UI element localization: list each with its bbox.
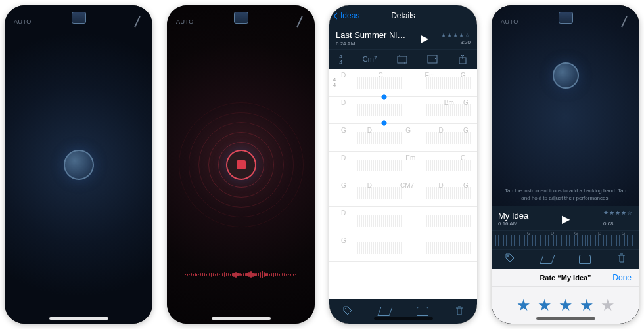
record-button[interactable] bbox=[553, 62, 579, 89]
chord-row[interactable]: DBmG bbox=[329, 97, 477, 124]
tag-icon bbox=[342, 305, 353, 316]
tag-button[interactable] bbox=[342, 305, 353, 318]
top-bar: AUTO bbox=[5, 5, 152, 33]
done-button[interactable]: Done bbox=[612, 273, 632, 282]
play-button[interactable]: ▶ bbox=[421, 32, 428, 45]
chord-label: CM7 bbox=[400, 182, 414, 189]
star-1[interactable]: ★ bbox=[517, 296, 531, 315]
edit-button[interactable] bbox=[427, 55, 438, 65]
trash-icon bbox=[455, 305, 464, 316]
info-toolbar: 4 4 Cm⁷ bbox=[329, 49, 477, 69]
trash-button[interactable] bbox=[617, 253, 626, 265]
tuning-fork-icon bbox=[294, 16, 306, 28]
screenshot-record-idle: AUTO bbox=[5, 5, 152, 324]
chord-label: D bbox=[551, 231, 554, 236]
chord-label: Em bbox=[405, 154, 415, 162]
star-2[interactable]: ★ bbox=[538, 296, 552, 315]
rating-display[interactable]: ★★★★☆ bbox=[603, 209, 633, 216]
stop-record-button[interactable] bbox=[226, 150, 256, 180]
tuner-button[interactable] bbox=[294, 16, 306, 28]
star-4[interactable]: ★ bbox=[580, 296, 594, 315]
trash-icon bbox=[617, 253, 626, 263]
idea-header: My Idea 6:16 AM ▶ ★★★★☆ 0:08 bbox=[492, 206, 639, 230]
idea-timestamp: 6:16 AM bbox=[498, 221, 528, 227]
home-indicator[interactable] bbox=[49, 317, 108, 320]
tag-button[interactable] bbox=[505, 253, 515, 265]
share-icon bbox=[458, 54, 467, 64]
auto-mode-label[interactable]: AUTO bbox=[14, 18, 32, 25]
nav-title: Details bbox=[391, 11, 415, 20]
back-button[interactable]: Ideas bbox=[334, 11, 359, 20]
chord-label: Em bbox=[425, 72, 435, 79]
idea-title[interactable]: My Idea bbox=[498, 211, 528, 221]
tuner-button[interactable] bbox=[131, 16, 143, 28]
chord-row[interactable]: DEmG bbox=[329, 152, 477, 179]
guitar-icon bbox=[541, 255, 553, 264]
library-button[interactable] bbox=[72, 12, 86, 24]
home-indicator[interactable] bbox=[212, 317, 271, 320]
song-title[interactable]: Last Summer Night bbox=[336, 30, 408, 40]
chord-label: D bbox=[598, 231, 601, 236]
chord-row[interactable]: GDCM7DG bbox=[329, 179, 477, 207]
trim-icon bbox=[397, 55, 407, 64]
mini-waveform[interactable]: GDGDG bbox=[492, 230, 639, 249]
drums-button[interactable] bbox=[417, 307, 428, 316]
chevron-left-icon bbox=[334, 12, 340, 19]
share-button[interactable] bbox=[458, 54, 467, 66]
tuner-button[interactable] bbox=[618, 16, 630, 28]
rate-title: Rate “My Idea” bbox=[540, 274, 591, 282]
chord-row[interactable]: GDGDG bbox=[329, 124, 477, 152]
home-indicator[interactable] bbox=[536, 317, 595, 320]
time-signature[interactable]: 4 4 bbox=[339, 54, 342, 66]
chord-label: D bbox=[367, 182, 372, 189]
chord-label: G bbox=[463, 127, 469, 134]
chord-label: G bbox=[341, 182, 346, 189]
svg-point-3 bbox=[345, 308, 346, 309]
edit-icon bbox=[427, 55, 438, 64]
tuning-fork-icon bbox=[618, 16, 630, 28]
song-timestamp: 6:24 AM bbox=[336, 41, 408, 47]
screenshot-rate-idea: AUTO Tap the instrument icons to add a b… bbox=[492, 5, 639, 324]
star-5[interactable]: ★ bbox=[601, 296, 615, 315]
idea-duration: 0:08 bbox=[603, 221, 614, 227]
rating-display[interactable]: ★★★★☆ bbox=[441, 32, 471, 39]
star-3[interactable]: ★ bbox=[559, 296, 573, 315]
svg-point-4 bbox=[507, 255, 509, 257]
chord-track[interactable]: 44DCEmGDBmGGDGDGDEmGGDCM7DGDG bbox=[329, 69, 477, 299]
waveform-bars bbox=[495, 235, 635, 246]
chord-label: G bbox=[341, 237, 346, 244]
chord-label: G bbox=[574, 231, 578, 236]
chord-row[interactable]: D bbox=[329, 207, 477, 234]
svg-rect-0 bbox=[398, 56, 407, 63]
guitar-button[interactable] bbox=[541, 255, 553, 264]
home-indicator[interactable] bbox=[374, 317, 433, 320]
drums-button[interactable] bbox=[579, 255, 591, 264]
folder-icon bbox=[559, 12, 573, 24]
chord-label: C bbox=[379, 72, 383, 79]
chord-label: G bbox=[461, 72, 466, 79]
key-chord[interactable]: Cm⁷ bbox=[363, 55, 377, 64]
trash-button[interactable] bbox=[455, 305, 464, 318]
library-button[interactable] bbox=[234, 12, 248, 24]
chord-row[interactable]: 44DCEmG bbox=[329, 69, 477, 97]
chord-label: D bbox=[341, 209, 346, 217]
tuning-fork-icon bbox=[131, 16, 143, 28]
top-bar: AUTO bbox=[167, 5, 315, 33]
drums-icon bbox=[579, 255, 591, 264]
auto-mode-label[interactable]: AUTO bbox=[501, 18, 518, 25]
chord-row[interactable]: G bbox=[329, 234, 477, 262]
record-button[interactable] bbox=[64, 150, 94, 180]
chord-label: G bbox=[341, 127, 346, 134]
playhead[interactable] bbox=[384, 97, 384, 123]
nav-bar: Ideas Details bbox=[329, 5, 477, 26]
rate-panel: Rate “My Idea” Done ★★★★★ bbox=[492, 269, 639, 324]
chord-label: D bbox=[341, 154, 346, 162]
guitar-button[interactable] bbox=[379, 307, 391, 316]
guitar-icon bbox=[379, 307, 391, 316]
play-button[interactable]: ▶ bbox=[562, 213, 570, 225]
trim-button[interactable] bbox=[397, 55, 407, 65]
chord-label: D bbox=[438, 127, 443, 134]
library-button[interactable] bbox=[559, 12, 573, 24]
chord-label: G bbox=[463, 182, 469, 189]
auto-mode-label[interactable]: AUTO bbox=[176, 18, 194, 25]
